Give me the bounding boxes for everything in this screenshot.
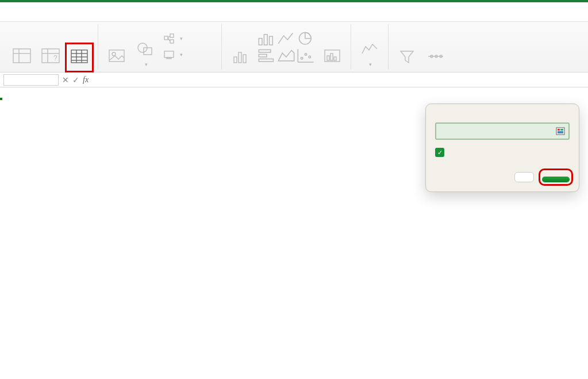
- enter-icon[interactable]: ✓: [72, 75, 79, 85]
- svg-rect-27: [259, 38, 262, 44]
- svg-rect-49: [560, 129, 563, 131]
- svg-rect-40: [327, 56, 329, 60]
- svg-rect-25: [239, 52, 241, 63]
- create-table-dialog: ✓: [425, 104, 579, 192]
- svg-point-14: [112, 52, 116, 56]
- pie-chart-icon[interactable]: [297, 30, 315, 47]
- svg-rect-28: [264, 34, 267, 44]
- slicer-button[interactable]: [395, 45, 418, 70]
- formula-bar: ✕ ✓ fx: [0, 72, 588, 87]
- timeline-icon: [426, 47, 445, 66]
- selection-marquee: [0, 98, 2, 100]
- recommended-charts-button[interactable]: [229, 45, 252, 70]
- shapes-button[interactable]: ▾: [134, 39, 157, 70]
- svg-text:?: ?: [53, 54, 57, 62]
- svg-rect-19: [170, 40, 174, 43]
- svg-rect-18: [170, 34, 174, 37]
- dialog-title: [426, 104, 579, 114]
- svg-rect-24: [234, 57, 237, 63]
- smartart-icon: [164, 33, 174, 44]
- pivottable-button[interactable]: [10, 45, 33, 70]
- ribbon: ? ▾ ▾ ▾: [0, 22, 588, 72]
- svg-rect-26: [243, 55, 246, 63]
- svg-rect-50: [558, 131, 563, 133]
- chevron-down-icon: ▾: [145, 62, 148, 67]
- has-headers-checkbox[interactable]: ✓: [435, 148, 570, 157]
- picture-icon: [107, 47, 126, 66]
- hbar-chart-icon[interactable]: [258, 48, 276, 64]
- sparklines-button[interactable]: ▾: [358, 39, 381, 70]
- worksheet[interactable]: [0, 87, 588, 98]
- bar-chart-icon[interactable]: [258, 30, 276, 47]
- chevron-down-icon: ▾: [180, 36, 183, 41]
- cancel-icon[interactable]: ✕: [62, 75, 69, 85]
- svg-rect-41: [330, 53, 333, 60]
- range-input-wrapper[interactable]: [435, 122, 570, 140]
- svg-rect-16: [144, 48, 152, 55]
- fx-icon[interactable]: fx: [83, 75, 89, 85]
- svg-point-36: [301, 57, 302, 59]
- checkmark-icon: ✓: [435, 148, 444, 157]
- svg-point-37: [305, 53, 306, 55]
- chevron-down-icon: ▾: [180, 52, 183, 58]
- name-box[interactable]: [3, 74, 59, 86]
- scatter-chart-icon[interactable]: [297, 48, 315, 64]
- svg-rect-0: [13, 49, 30, 63]
- svg-rect-48: [558, 129, 560, 131]
- svg-rect-29: [270, 36, 273, 45]
- pivot-icon: [12, 47, 32, 66]
- pivotchart-icon: [322, 47, 342, 66]
- svg-rect-22: [164, 51, 174, 58]
- area-chart-icon[interactable]: [277, 48, 295, 64]
- line-chart-icon[interactable]: [277, 30, 295, 47]
- smartart-button[interactable]: ▾: [163, 32, 214, 46]
- pictures-button[interactable]: [105, 45, 128, 70]
- svg-rect-17: [164, 36, 168, 40]
- svg-rect-23: [167, 58, 171, 59]
- sparklines-icon: [360, 40, 379, 59]
- svg-rect-42: [334, 57, 336, 60]
- screenshot-icon: [164, 49, 174, 60]
- svg-point-38: [309, 56, 310, 58]
- range-input[interactable]: [440, 126, 556, 136]
- pivotchart-button[interactable]: [321, 45, 344, 70]
- ok-button[interactable]: [542, 177, 570, 182]
- slicer-icon: [397, 47, 417, 66]
- screenshot-button[interactable]: ▾: [163, 48, 214, 62]
- recommended-pivottables-button[interactable]: ?: [39, 45, 62, 70]
- svg-rect-31: [259, 49, 271, 52]
- pivot-rec-icon: ?: [41, 47, 60, 66]
- range-picker-icon[interactable]: [556, 127, 565, 135]
- svg-rect-32: [259, 54, 267, 57]
- svg-rect-33: [259, 59, 273, 62]
- cancel-button[interactable]: [514, 172, 534, 182]
- table-icon: [70, 47, 89, 66]
- table-button[interactable]: [68, 45, 91, 70]
- chart-icon: [230, 47, 250, 66]
- timeline-button[interactable]: [424, 45, 447, 70]
- ribbon-tabs: [0, 2, 588, 22]
- chevron-down-icon: ▾: [369, 62, 372, 67]
- shapes-icon: [136, 40, 155, 59]
